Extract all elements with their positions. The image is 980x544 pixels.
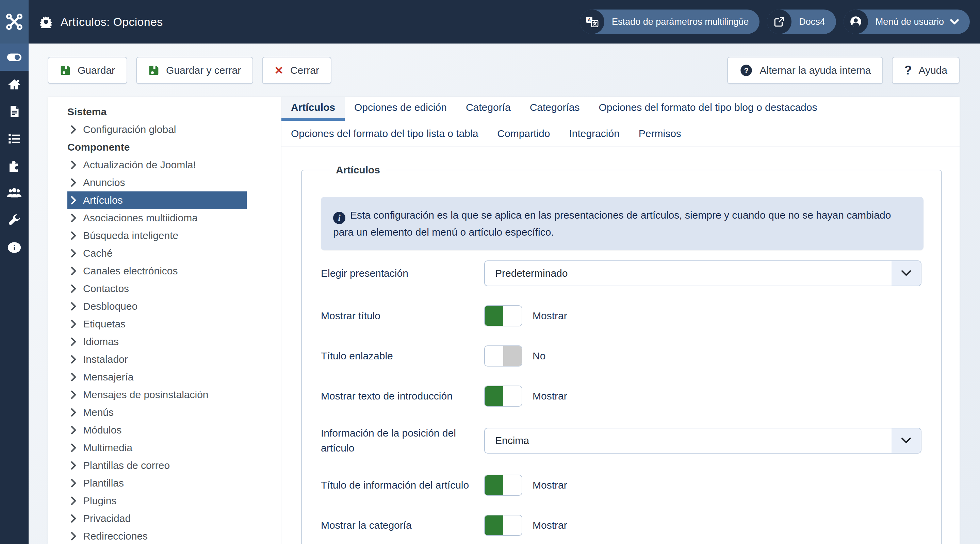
sidebar-entry[interactable]: Instalador [67,351,247,368]
sidebar-entry[interactable]: Módulos [67,421,247,439]
tab[interactable]: Categorías [520,97,589,121]
form-row: Información de la posición del artículo … [321,426,924,455]
select-dropdown[interactable]: Encima [484,428,921,454]
home-icon[interactable] [0,71,29,98]
sidebar-entry[interactable]: Mensajería [67,368,247,386]
sidebar-entry[interactable]: Sistema [67,103,247,121]
tab[interactable]: Opciones del formato del tipo lista o ta… [282,121,488,146]
toggle-switch[interactable] [484,515,522,536]
select-value: Encima [485,435,891,446]
chevron-down-icon [950,19,959,25]
select-dropdown[interactable]: Predeterminado [484,260,921,286]
sidebar-entry[interactable]: Etiquetas [67,315,247,333]
chevron-right-icon [70,231,77,240]
help-button[interactable]: ? Ayuda [892,57,959,84]
tab[interactable]: Opciones del formato del tipo blog o des… [589,97,827,121]
sidebar-entry[interactable]: Privacidad [67,510,247,527]
info-alert: iEsta configuración es la que se aplica … [321,197,924,250]
close-button[interactable]: ✕ Cerrar [262,57,331,84]
toggle-switch[interactable] [484,346,522,366]
chevron-right-icon [70,337,77,346]
sidebar-entry-label: Mensajería [83,371,134,383]
save-close-button[interactable]: Guardar y cerrar [136,57,253,84]
sidebar-entry-label: Búsqueda inteligente [83,230,178,241]
gear-icon [40,15,52,28]
multilingual-status-button[interactable]: A Estado de parámetros multilingüe [580,10,759,34]
toggle-switch[interactable] [484,305,522,327]
chevron-right-icon [70,372,77,382]
tabs-row-1: Artículos Opciones de edición Categoría … [282,97,959,121]
sidebar-entry[interactable]: Actualización de Joomla! [67,156,247,174]
info-icon[interactable]: i [0,234,29,261]
docs-button[interactable]: Docs4 [767,10,836,34]
tab[interactable]: Categoría [456,97,520,121]
sidebar-entry-label: Idiomas [83,336,119,347]
info-alert-text: Esta configuración es la que se aplica e… [333,209,891,238]
toggle-state-label: Mostrar [533,479,567,491]
sidebar-entry[interactable]: Desbloqueo [67,298,247,315]
sidebar-entry[interactable]: Idiomas [67,333,247,351]
tab[interactable]: Artículos [282,97,345,121]
sidebar-entry-label: Asociaciones multiidioma [83,212,198,224]
sidebar-entry-label: Redirecciones [83,530,148,542]
tab-panel-articulos: Artículos iEsta configuración es la que … [282,147,959,544]
sidebar-entry[interactable]: Caché [67,244,247,262]
joomla-logo[interactable] [0,0,29,43]
sidebar-entry[interactable]: Búsqueda inteligente [67,227,247,244]
x-icon: ✕ [274,65,283,76]
sidebar-entry[interactable]: Anuncios [67,174,247,192]
sidebar-entry[interactable]: Canales electrónicos [67,262,247,280]
tab-label: Opciones del formato del tipo blog o des… [598,102,817,113]
translation-icon: A [580,10,605,34]
toggle-switch[interactable] [484,385,522,407]
tab-label: Integración [569,128,619,140]
sidebar-entry[interactable]: Asociaciones multiidioma [67,209,247,227]
toggle-fill [485,475,503,495]
sidebar-entry-label: Módulos [83,424,121,436]
main-panel: Sistema Configuración global Componente [48,97,959,544]
tab[interactable]: Integración [559,121,629,146]
wrench-icon[interactable] [0,207,29,234]
save-button[interactable]: Guardar [48,57,127,84]
field-label: Título de información del artículo [321,478,484,493]
toggle-state-label: No [533,350,546,362]
sidebar-entry[interactable]: Plugins [67,492,247,510]
sidebar-entry[interactable]: Redirecciones [67,527,247,544]
sidebar-entry[interactable]: Configuración global [67,121,247,138]
sidebar-entry[interactable]: Plantillas [67,474,247,492]
sidebar-entry[interactable]: Plantillas de correo [67,457,247,474]
chevron-right-icon [70,514,77,523]
field-label: Mostrar título [321,308,484,324]
puzzle-icon[interactable] [0,152,29,179]
sidebar-entry[interactable]: Componente [67,138,247,156]
toggle-switch[interactable] [484,475,522,496]
tab[interactable]: Permisos [629,121,691,146]
form-row: Elegir presentación Predeterminado [321,260,924,286]
chevron-right-icon [70,461,77,470]
toggle-inline-help-button[interactable]: ? Alternar la ayuda interna [727,57,883,84]
document-icon[interactable] [0,98,29,125]
toggle-knob [503,386,522,406]
tab[interactable]: Opciones de edición [345,97,456,121]
toggle-knob [503,346,522,366]
sidebar-entry[interactable]: Mensajes de posinstalación [67,386,247,404]
sidebar-entry[interactable]: Multimedia [67,439,247,457]
users-icon[interactable] [0,179,29,207]
user-menu-label: Menú de usuario [875,17,944,27]
chevron-right-icon [70,249,77,258]
sidebar-entry[interactable]: Artículos [67,192,247,209]
form-row: Título de información del artículo Mostr… [321,475,924,496]
list-icon[interactable] [0,125,29,152]
sidebar-entry[interactable]: Menús [67,404,247,421]
user-menu-button[interactable]: Menú de usuario [843,10,970,34]
tab[interactable]: Compartido [488,121,559,146]
toggle-fill [485,515,503,535]
svg-text:?: ? [744,66,749,75]
sidebar-entry-label: Configuración global [83,124,176,135]
sidebar-entry[interactable]: Contactos [67,280,247,298]
sidebar-entry-label: Privacidad [83,513,130,524]
chevron-right-icon [70,531,77,541]
toggle-icon[interactable] [0,43,29,71]
save-icon [148,65,159,76]
header-actions: A Estado de parámetros multilingüe Docs4 [580,10,970,34]
